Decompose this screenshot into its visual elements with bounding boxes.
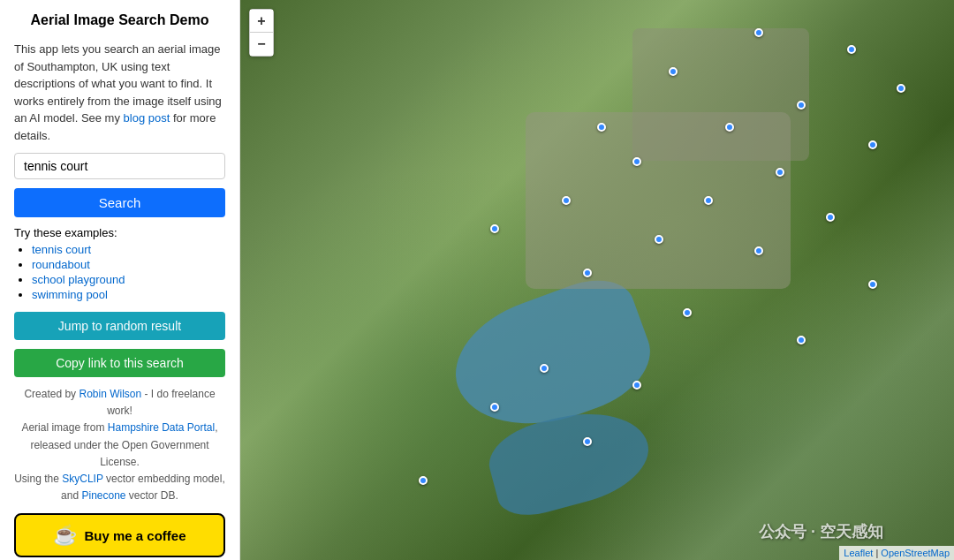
pinecone-link[interactable]: Pinecone bbox=[81, 489, 125, 502]
jump-random-button[interactable]: Jump to random result bbox=[14, 312, 225, 340]
map-marker[interactable] bbox=[655, 235, 663, 244]
list-item: roundabout bbox=[32, 258, 225, 271]
leaflet-link[interactable]: Leaflet bbox=[844, 548, 873, 558]
watermark: 公众号 · 空天感知 bbox=[759, 521, 883, 542]
map-marker[interactable] bbox=[868, 280, 877, 289]
map-marker[interactable] bbox=[419, 476, 428, 485]
map-marker[interactable] bbox=[632, 157, 641, 166]
list-item: swimming pool bbox=[32, 288, 225, 301]
author-link[interactable]: Robin Wilson bbox=[79, 388, 141, 400]
example-link-roundabout[interactable]: roundabout bbox=[32, 258, 90, 271]
examples-section: Try these examples: tennis court roundab… bbox=[14, 226, 225, 303]
map-marker[interactable] bbox=[847, 45, 856, 54]
map-marker[interactable] bbox=[868, 140, 877, 149]
map-marker[interactable] bbox=[583, 437, 592, 446]
buy-coffee-button[interactable]: ☕ Buy me a coffee bbox=[14, 513, 225, 557]
map-marker[interactable] bbox=[826, 213, 835, 222]
footer-credits: Created by Robin Wilson - I do freelance… bbox=[14, 386, 225, 504]
list-item: school playground bbox=[32, 273, 225, 286]
map-urban-2 bbox=[632, 28, 809, 161]
map-marker[interactable] bbox=[490, 224, 499, 233]
coffee-label: Buy me a coffee bbox=[84, 528, 186, 543]
example-link-tennis[interactable]: tennis court bbox=[32, 243, 91, 256]
app-title: Aerial Image Search Demo bbox=[14, 12, 225, 28]
list-item: tennis court bbox=[32, 243, 225, 256]
map-zoom-controls: + − bbox=[249, 9, 274, 57]
search-button[interactable]: Search bbox=[14, 188, 225, 217]
search-input[interactable] bbox=[14, 153, 225, 179]
example-link-pool[interactable]: swimming pool bbox=[32, 288, 108, 301]
examples-list: tennis court roundabout school playgroun… bbox=[14, 243, 225, 301]
data-portal-link[interactable]: Hampshire Data Portal bbox=[108, 421, 215, 434]
app-description: This app lets you search an aerial image… bbox=[14, 41, 225, 144]
example-link-playground[interactable]: school playground bbox=[32, 273, 125, 286]
map-area[interactable]: + − 公众号 · 空天感知 Leaflet | OpenStreetMap bbox=[240, 0, 954, 560]
map-marker[interactable] bbox=[562, 196, 571, 205]
zoom-in-button[interactable]: + bbox=[250, 10, 273, 33]
map-marker[interactable] bbox=[669, 67, 678, 76]
blog-post-link[interactable]: blog post bbox=[124, 111, 170, 125]
skyclip-link[interactable]: SkyCLIP bbox=[62, 473, 102, 485]
copy-link-button[interactable]: Copy link to this search bbox=[14, 349, 225, 377]
examples-heading: Try these examples: bbox=[14, 226, 225, 239]
sidebar: Aerial Image Search Demo This app lets y… bbox=[0, 0, 240, 560]
map-marker[interactable] bbox=[754, 28, 763, 37]
map-attribution: Leaflet | OpenStreetMap bbox=[839, 546, 954, 560]
map-marker[interactable] bbox=[754, 246, 763, 255]
zoom-out-button[interactable]: − bbox=[250, 33, 273, 56]
map-marker[interactable] bbox=[683, 308, 692, 317]
osm-link[interactable]: OpenStreetMap bbox=[881, 548, 950, 558]
coffee-icon: ☕ bbox=[53, 524, 77, 547]
